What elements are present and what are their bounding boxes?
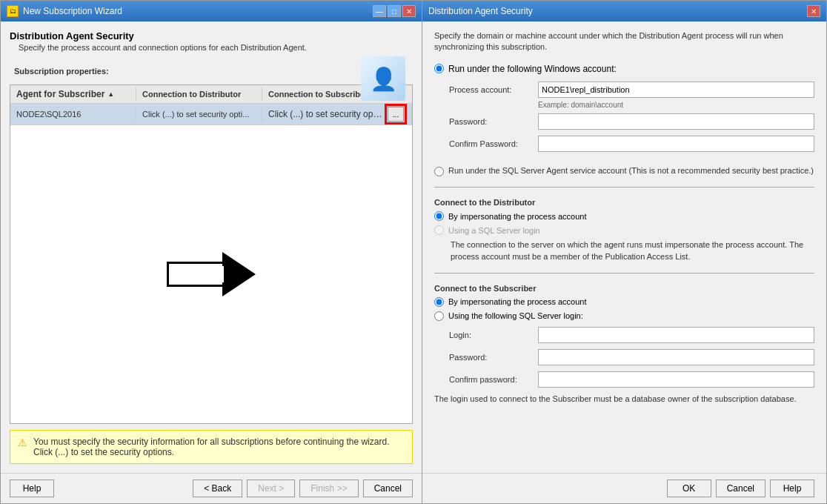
minimize-button[interactable]: — [373,5,386,17]
confirm-password-row: Confirm Password: [449,136,814,152]
warning-icon: ⚠ [18,437,27,448]
subscriber-option2-row: Using the following SQL Server login: [434,311,814,321]
distributor-impersonate-radio[interactable] [434,211,444,221]
login-label: Login: [449,331,538,339]
confirm-password-label: Confirm Password: [449,139,538,148]
ellipsis-button[interactable]: ... [388,107,404,122]
row-agent: NODE2\SQL2016 [10,107,136,122]
arrow-area [10,125,412,423]
help-button[interactable]: Help [10,480,54,497]
password-row: Password: [449,113,814,130]
finish-button[interactable]: Finish >> [299,480,358,497]
process-account-section: Process account: Example: domain\account… [449,82,814,158]
warning-text: You must specify the security informatio… [33,437,405,457]
login-row: Login: [449,327,814,343]
connect-subscriber-title: Connect to the Subscriber [434,284,814,293]
left-button-bar: Help < Back Next > Finish >> Cancel [1,473,422,503]
divider-distributor [434,187,814,188]
subscription-label: Subscription properties: [10,64,413,79]
right-description: Specify the domain or machine account un… [434,30,814,53]
distributor-sqllogin-radio[interactable] [434,225,444,235]
right-cancel-button[interactable]: Cancel [716,480,765,497]
connect-distributor-title: Connect to the Distributor [434,198,814,207]
password-input[interactable] [538,113,814,130]
password-label: Password: [449,117,538,126]
table-row: NODE2\SQL2016 Click (...) to set securit… [10,104,412,125]
left-window: 🗂 New Subscription Wizard — □ ✕ Distribu… [0,0,422,504]
row-distributor: Click (...) to set security opti... [136,107,262,122]
left-window-body: Distribution Agent Security Specify the … [1,21,422,473]
distributor-option2-label: Using a SQL Server login [448,226,540,235]
sql-agent-radio-row: Run under the SQL Server Agent service a… [434,165,814,176]
right-window: Distribution Agent Security ✕ Specify th… [422,0,827,504]
right-window-title: Distribution Agent Security [428,6,533,16]
right-help-button[interactable]: Help [770,480,814,497]
maximize-button[interactable]: □ [388,5,401,17]
process-account-hint: Example: domain\account [538,101,814,109]
table-header: Agent for Subscriber ▲ Connection to Dis… [10,85,412,104]
windows-account-radio[interactable] [434,64,444,73]
distributor-info: The connection to the server on which th… [451,239,814,262]
process-account-label: Process account: [449,85,538,94]
subscriber-hint: The login used to connect to the Subscri… [434,394,814,405]
next-button[interactable]: Next > [247,480,295,497]
back-button[interactable]: < Back [193,480,242,497]
right-title-bar: Distribution Agent Security ✕ [422,1,826,21]
row-subscriber-cell: Click (...) to set security opti... ... [262,104,412,125]
sql-agent-label: Run under the SQL Server Agent service a… [448,165,814,176]
row-subscriber: Click (...) to set security opti... [268,109,383,119]
left-title-bar: 🗂 New Subscription Wizard — □ ✕ [1,1,422,21]
col1-header: Agent for Subscriber ▲ [10,87,136,101]
right-body: Specify the domain or machine account un… [422,21,826,473]
left-heading: Distribution Agent Security [10,30,413,42]
left-description: Specify the process account and connecti… [10,43,413,52]
sub-password-input[interactable] [538,349,814,365]
subscriber-login-section: Login: Password: Confirm password: [449,327,814,388]
divider-subscriber [434,273,814,273]
subscription-table: Agent for Subscriber ▲ Connection to Dis… [10,84,413,424]
subscriber-option1-row: By impersonating the process account [434,297,814,307]
distributor-option2-row: Using a SQL Server login [434,225,814,235]
sql-agent-radio[interactable] [434,167,444,176]
windows-account-radio-row: Run under the following Windows account: [434,64,814,74]
warning-bar: ⚠ You must specify the security informat… [10,430,413,464]
process-account-input[interactable] [538,82,814,98]
sub-confirm-password-input[interactable] [538,371,814,388]
subscriber-option2-label: Using the following SQL Server login: [448,311,583,320]
subscriber-option1-label: By impersonating the process account [448,297,587,306]
subscriber-sqllogin-radio[interactable] [434,311,444,321]
col2-header: Connection to Distributor [136,87,262,101]
process-account-row: Process account: [449,82,814,98]
distributor-option1-label: By impersonating the process account [448,212,587,221]
cancel-button[interactable]: Cancel [363,480,413,497]
sub-confirm-password-label: Confirm password: [449,375,538,384]
connect-distributor-section: Connect to the Distributor By impersonat… [434,198,814,262]
wizard-decoration-icon: 👤 [361,56,405,101]
distributor-option1-row: By impersonating the process account [434,211,814,221]
sub-confirm-password-row: Confirm password: [449,371,814,388]
arrow-right-icon [167,252,256,296]
sub-password-row: Password: [449,349,814,365]
subscriber-impersonate-radio[interactable] [434,297,444,307]
confirm-password-input[interactable] [538,136,814,152]
right-button-bar: OK Cancel Help [422,473,826,503]
left-close-button[interactable]: ✕ [402,5,416,17]
wizard-icon: 🗂 [7,5,19,17]
sub-password-label: Password: [449,353,538,362]
right-close-button[interactable]: ✕ [807,5,820,17]
connect-subscriber-section: Connect to the Subscriber By impersonati… [434,284,814,408]
login-input[interactable] [538,327,814,343]
left-window-title: New Subscription Wizard [23,6,122,16]
right-ok-button[interactable]: OK [667,480,711,497]
windows-account-label: Run under the following Windows account: [448,64,617,74]
